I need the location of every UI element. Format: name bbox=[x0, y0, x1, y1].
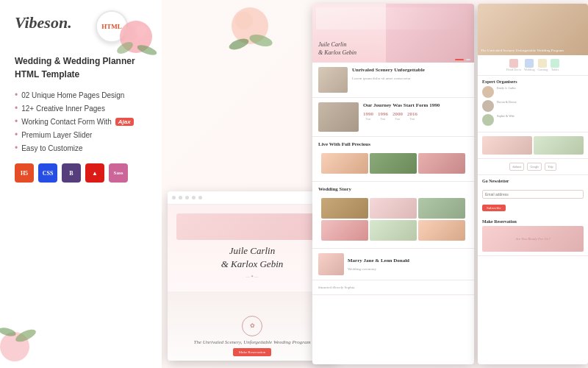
right-section-gallery: Live With Full Precious bbox=[312, 137, 474, 182]
couple-names-right: Juile Carlin & Karlox Gebin bbox=[318, 41, 356, 57]
reservation-button[interactable]: Make Reservation bbox=[233, 348, 272, 356]
right-section-5: Marry Jane & Lenn Donald Wedding ceremon… bbox=[312, 249, 474, 280]
gallery-grid bbox=[318, 150, 468, 177]
feature-item: Working Contact Form With Ajax bbox=[15, 116, 147, 127]
far-right-stats: Floral Decor Wedding Catering Tables bbox=[478, 55, 588, 76]
brand-logos: theknot Google Yelp bbox=[478, 159, 588, 175]
expert-organizers-section: Expert Organisers Emily A. Carlin Devon … bbox=[478, 76, 588, 132]
stat-4: 2016 Year bbox=[407, 111, 417, 121]
story-thumb bbox=[418, 220, 465, 241]
organizer-row-1: Emily A. Carlin bbox=[482, 86, 584, 98]
couple-names-center: Juile Carlin & Karlox Gebin bbox=[176, 244, 328, 271]
nav-dot bbox=[192, 196, 196, 199]
feature-item: 12+ Creative Inner Pages bbox=[15, 103, 147, 113]
organizer-name-3: Sophie & Wife bbox=[497, 114, 514, 126]
center-divider: — ✦ — bbox=[176, 274, 328, 278]
organizer-name-2: Devon & Devon bbox=[497, 100, 516, 112]
tech-icons-row: H5 CSS B ▲ Sass bbox=[15, 163, 147, 183]
right-section-story: Wedding Story bbox=[312, 182, 474, 249]
brand-logo: theknot bbox=[509, 163, 524, 171]
brand-logo: Yelp bbox=[545, 163, 556, 171]
organizer-avatar bbox=[482, 86, 494, 98]
features-list: 02 Unique Home Pages Design 12+ Creative… bbox=[15, 90, 147, 153]
right-hero: Juile Carlin & Karlox Gebin bbox=[312, 4, 474, 63]
far-right-photo bbox=[482, 136, 532, 155]
story-thumb bbox=[321, 220, 368, 241]
nav-dot bbox=[172, 196, 176, 199]
center-nav: Get It bbox=[168, 191, 337, 205]
organizer-avatar bbox=[482, 100, 494, 112]
nav-dot bbox=[198, 196, 202, 199]
story-thumb bbox=[418, 198, 465, 219]
far-right-gallery bbox=[478, 132, 588, 159]
center-tagline: The Unrivaled Scenery, Unforgettable Wee… bbox=[193, 339, 310, 345]
left-panel: Vibeson. HTML Wedding & Wedding Planner … bbox=[0, 0, 162, 368]
stat-3: 2000 Year bbox=[392, 111, 403, 121]
css3-icon: CSS bbox=[38, 163, 57, 183]
gallery-thumb bbox=[370, 153, 417, 174]
right-section-journey: Our Journey Was Start Form 1990 1990 Yea… bbox=[312, 98, 474, 137]
center-hero: Juile Carlin & Karlox Gebin — ✦ — bbox=[168, 205, 337, 291]
right-section-1: Unrivaled Scenery Unforgettable Lorem ip… bbox=[312, 63, 474, 98]
stat-1: 1990 Year bbox=[363, 111, 373, 121]
subtitle: Wedding & Wedding Planner HTML Template bbox=[15, 54, 147, 81]
newsletter-section: Go Newsletter Subscribe bbox=[478, 175, 588, 216]
story-thumb bbox=[370, 198, 417, 219]
bootstrap-icon: B bbox=[62, 163, 81, 183]
organizer-row-3: Sophie & Wife bbox=[482, 114, 584, 126]
right-section-hashtags: #married #lovely Sophia bbox=[312, 280, 474, 295]
center-content: ✿ The Unrivaled Scenery, Unforgettable W… bbox=[168, 291, 337, 361]
far-right-photo bbox=[534, 136, 584, 155]
stats-row: 1990 Year 1996 Year 2000 Year 2016 Year bbox=[363, 111, 468, 121]
feature-item: 02 Unique Home Pages Design bbox=[15, 90, 147, 100]
story-thumb bbox=[321, 198, 368, 219]
organizer-row-2: Devon & Devon bbox=[482, 100, 584, 112]
far-right-preview: The Unrivaled Scenery Unforgettable Wedd… bbox=[478, 4, 588, 364]
story-thumb bbox=[370, 220, 417, 241]
feature-item: Premium Layer Slider bbox=[15, 130, 147, 140]
newsletter-subscribe-button[interactable]: Subscribe bbox=[482, 205, 506, 211]
ajax-badge: Ajax bbox=[115, 118, 134, 126]
center-preview: Get It Juile Carlin & Karlox Gebin — ✦ —… bbox=[168, 191, 337, 361]
center-emblem: ✿ bbox=[242, 316, 262, 336]
stat-2: 1996 Year bbox=[378, 111, 388, 121]
angular-icon: ▲ bbox=[85, 163, 104, 183]
feature-item: Easy to Customize bbox=[15, 143, 147, 153]
story-gallery bbox=[318, 195, 468, 244]
far-right-hero: The Unrivaled Scenery Unforgettable Wedd… bbox=[478, 4, 588, 55]
nav-dot bbox=[185, 196, 189, 199]
brand-logo: Google bbox=[527, 163, 542, 171]
right-main-preview: Juile Carlin & Karlox Gebin Unrivaled Sc… bbox=[312, 4, 474, 364]
reservation-section: Make Reservation Are You Ready For Us? bbox=[478, 216, 588, 256]
html5-icon: H5 bbox=[15, 163, 34, 183]
newsletter-input[interactable] bbox=[482, 190, 584, 199]
reservation-banner: Are You Ready For Us? bbox=[482, 226, 584, 252]
organizer-name-1: Emily A. Carlin bbox=[497, 86, 515, 98]
html-badge: HTML bbox=[96, 10, 128, 43]
gallery-thumb bbox=[321, 153, 368, 174]
organizer-avatar bbox=[482, 114, 494, 126]
gallery-thumb bbox=[418, 153, 465, 174]
sass-icon: Sass bbox=[109, 163, 128, 183]
nav-dot bbox=[179, 196, 182, 199]
far-right-hero-text: The Unrivaled Scenery Unforgettable Wedd… bbox=[481, 49, 585, 54]
